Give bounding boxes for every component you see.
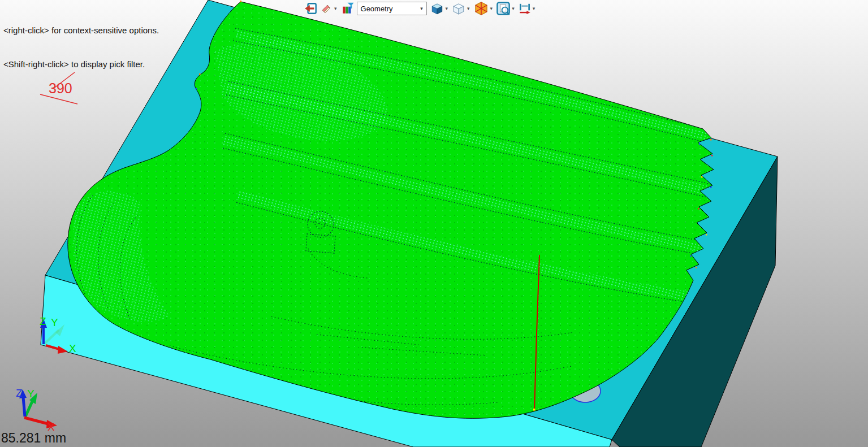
measurement-readout: 85.281 mm bbox=[1, 431, 66, 445]
hint-text: <right-click> for context-sensitive opti… bbox=[3, 2, 159, 93]
exit-simulation-button[interactable] bbox=[304, 2, 318, 15]
measure-distance-button[interactable]: ▾ bbox=[518, 2, 536, 15]
eraser-icon bbox=[321, 2, 333, 15]
simulator-window: 390 Z Y X Z Y X 85.281 mm bbox=[0, 0, 868, 447]
wireframe-view-cube-icon bbox=[451, 2, 466, 15]
zoom-preview-icon bbox=[496, 1, 511, 16]
wireframe-view-button[interactable]: ▾ bbox=[451, 2, 470, 15]
measure-distance-dropdown-caret[interactable]: ▾ bbox=[532, 6, 536, 11]
geometry-dropdown-caret[interactable]: ▾ bbox=[417, 6, 426, 11]
color-pick-filter-button[interactable] bbox=[340, 2, 354, 15]
triad-x-label: X bbox=[69, 342, 76, 354]
color-pick-filter-icon bbox=[340, 2, 354, 15]
measure-distance-icon bbox=[518, 2, 532, 15]
exit-simulation-icon bbox=[304, 2, 318, 15]
world-z-label: Z bbox=[16, 387, 23, 399]
shaded-view-cube-icon bbox=[430, 2, 444, 15]
wireframe-view-dropdown-caret[interactable]: ▾ bbox=[467, 6, 470, 11]
isometric-views-button[interactable]: ▾ bbox=[473, 1, 494, 16]
shaded-view-dropdown-caret[interactable]: ▾ bbox=[445, 6, 449, 11]
shaded-view-button[interactable]: ▾ bbox=[430, 2, 449, 15]
eraser-button[interactable]: ▾ bbox=[321, 2, 338, 15]
zoom-preview-dropdown-caret[interactable]: ▾ bbox=[511, 6, 515, 11]
triad-y-label: Y bbox=[51, 316, 58, 328]
zoom-preview-button[interactable]: ▾ bbox=[496, 1, 515, 16]
eraser-dropdown-caret[interactable]: ▾ bbox=[334, 6, 338, 11]
world-axis-triad: Z Y X bbox=[16, 387, 57, 433]
hint-line-2: <Shift-right-click> to display pick filt… bbox=[3, 59, 159, 70]
world-y-label: Y bbox=[27, 388, 34, 400]
isometric-views-dropdown-caret[interactable]: ▾ bbox=[490, 6, 494, 11]
triad-z-label: Z bbox=[40, 315, 46, 327]
geometry-dropdown-value: Geometry bbox=[357, 5, 417, 13]
hint-line-1: <right-click> for context-sensitive opti… bbox=[3, 25, 159, 36]
simulator-toolbar: ▾ Geometry ▾ ▾ bbox=[304, 1, 536, 16]
isometric-views-icon bbox=[473, 1, 489, 16]
geometry-dropdown[interactable]: Geometry ▾ bbox=[357, 2, 427, 15]
